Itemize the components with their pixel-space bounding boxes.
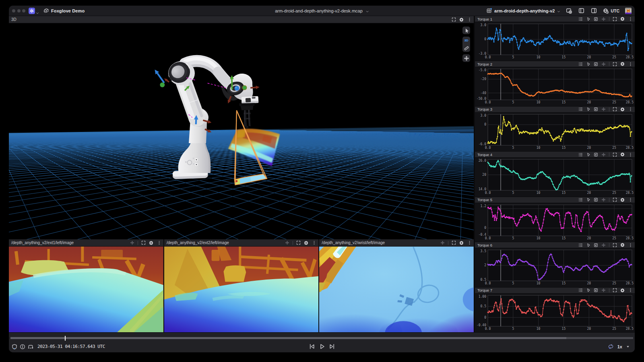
more-menu-icon[interactable]: [467, 241, 472, 245]
avatar[interactable]: [625, 8, 632, 14]
view-3d-toggle[interactable]: 3D: [462, 37, 470, 44]
plot-cursor-icon[interactable]: [586, 152, 590, 157]
source-title-button[interactable]: arm-droid-and-depth-anything-v2-desk.mca…: [275, 6, 369, 16]
left-sidebar-toggle[interactable]: [578, 7, 585, 14]
plot-legend-icon[interactable]: [578, 62, 583, 66]
fullscreen-icon[interactable]: [141, 241, 146, 245]
measure-tool-button[interactable]: [462, 44, 470, 52]
fullscreen-icon[interactable]: [613, 62, 617, 66]
plot-legend-icon[interactable]: [578, 243, 583, 247]
add-panel-button[interactable]: [566, 7, 572, 14]
fullscreen-icon[interactable]: [613, 243, 617, 247]
plot-cursor-icon[interactable]: [586, 197, 590, 202]
repeat-frame-icon[interactable]: [28, 344, 33, 350]
data-integrity-shield-icon[interactable]: [12, 344, 17, 350]
depth-image-ext2[interactable]: [164, 247, 319, 332]
plot-reset-view-icon[interactable]: [594, 62, 598, 66]
settings-gear-icon[interactable]: [620, 16, 625, 21]
settings-gear-icon[interactable]: [620, 288, 625, 293]
more-menu-icon[interactable]: [628, 62, 633, 66]
more-menu-icon[interactable]: [628, 17, 633, 21]
plot-canvas-6[interactable]: 3.520.50.051015202528.5: [475, 248, 635, 287]
plot-header-icons: [578, 288, 633, 293]
window-minimize-button[interactable]: [17, 9, 21, 12]
recenter-camera-button[interactable]: [462, 54, 470, 62]
source-title: arm-droid-and-depth-anything-v2-desk.mca…: [275, 8, 363, 13]
plot-reset-view-icon[interactable]: [594, 17, 598, 21]
svg-text:5: 5: [512, 282, 514, 285]
svg-text:10: 10: [537, 282, 541, 285]
settings-gear-icon[interactable]: [620, 107, 625, 112]
app-menu-button[interactable]: [29, 8, 39, 14]
playback-speed[interactable]: 1x: [617, 344, 622, 349]
plot-reset-view-icon[interactable]: [594, 243, 598, 247]
more-menu-icon[interactable]: [628, 288, 633, 292]
plot-title: Torque 2: [477, 62, 492, 66]
settings-gear-icon[interactable]: [149, 241, 154, 245]
layout-menu-button[interactable]: arm-droid-depth-anything-v2: [487, 8, 560, 13]
more-menu-icon[interactable]: [628, 243, 633, 247]
settings-gear-icon[interactable]: [459, 241, 464, 245]
settings-gear-icon[interactable]: [620, 62, 625, 66]
plot-cursor-icon[interactable]: [586, 17, 590, 21]
settings-gear-icon[interactable]: [620, 197, 625, 202]
loop-icon[interactable]: [608, 343, 614, 350]
plot-reset-view-icon[interactable]: [594, 152, 598, 157]
more-menu-icon[interactable]: [628, 107, 633, 111]
plot-canvas-1[interactable]: 3.00-3.00.051015202528.5: [475, 22, 635, 61]
depth-image-ext1[interactable]: [9, 247, 163, 332]
settings-gear-icon[interactable]: [304, 241, 309, 245]
plot-legend-icon[interactable]: [578, 107, 583, 111]
plot-panel-7: Torque 7 1.000.50-0.400.051015202528.5: [475, 288, 635, 332]
plot-canvas-4[interactable]: 26.02014.00.051015202528.5: [475, 158, 635, 196]
seek-forward-button[interactable]: [329, 343, 335, 350]
plot-legend-icon[interactable]: [578, 288, 583, 292]
plot-reset-view-icon[interactable]: [594, 197, 598, 202]
fullscreen-icon[interactable]: [296, 241, 301, 245]
plot-legend-icon[interactable]: [578, 17, 583, 21]
play-button[interactable]: [319, 343, 325, 350]
plot-reset-view-icon[interactable]: [594, 107, 598, 111]
fullscreen-icon[interactable]: [613, 17, 617, 21]
plot-legend-icon[interactable]: [578, 197, 583, 202]
data-source-group[interactable]: Foxglove Demo: [43, 8, 85, 13]
fullscreen-icon[interactable]: [452, 17, 456, 22]
depth-image-wrist[interactable]: [319, 247, 474, 332]
more-menu-icon[interactable]: [467, 17, 472, 22]
seek-backward-button[interactable]: [309, 343, 315, 350]
fullscreen-icon[interactable]: [613, 152, 617, 157]
more-menu-icon[interactable]: [157, 241, 161, 245]
fullscreen-icon[interactable]: [452, 241, 456, 245]
right-sidebar-toggle[interactable]: [590, 7, 597, 14]
more-menu-icon[interactable]: [628, 152, 633, 157]
settings-gear-icon[interactable]: [620, 243, 625, 247]
viewport-3d[interactable]: 3D: [9, 23, 474, 239]
info-icon[interactable]: [20, 344, 25, 350]
fullscreen-icon[interactable]: [613, 197, 617, 202]
plot-canvas-2[interactable]: -5.0-20-40-50.00.051015202528.5: [475, 67, 635, 106]
timeline-playhead[interactable]: [65, 336, 66, 341]
plot-canvas-3[interactable]: 3.00-6.00.051015202528.5: [475, 113, 635, 151]
settings-gear-icon[interactable]: [620, 152, 625, 157]
plot-header-icons: [578, 152, 633, 157]
plot-reset-view-icon[interactable]: [594, 288, 598, 292]
plot-cursor-icon[interactable]: [586, 288, 590, 292]
fullscreen-icon[interactable]: [613, 288, 617, 292]
more-menu-icon[interactable]: [312, 241, 316, 245]
window-close-button[interactable]: [12, 9, 15, 12]
more-menu-icon[interactable]: [628, 197, 633, 202]
timezone-button[interactable]: UTC: [603, 8, 619, 14]
window-zoom-button[interactable]: [22, 9, 25, 12]
plot-cursor-icon[interactable]: [586, 243, 590, 247]
timeline-scrubber[interactable]: [10, 337, 633, 339]
plot-panel-2: Torque 2 -5.0-20-40-50.00.051015202528.5: [475, 61, 635, 106]
plot-canvas-7[interactable]: 1.000.50-0.400.051015202528.5: [475, 294, 635, 332]
plot-legend-icon[interactable]: [578, 152, 583, 157]
settings-gear-icon[interactable]: [459, 17, 464, 22]
plot-cursor-icon[interactable]: [586, 62, 590, 66]
plot-cursor-icon[interactable]: [586, 107, 590, 111]
svg-text:10: 10: [537, 191, 541, 195]
fullscreen-icon[interactable]: [613, 107, 617, 111]
plot-canvas-5[interactable]: 1.20-0.40.051015202528.5: [475, 203, 635, 242]
select-tool-button[interactable]: [462, 27, 470, 34]
